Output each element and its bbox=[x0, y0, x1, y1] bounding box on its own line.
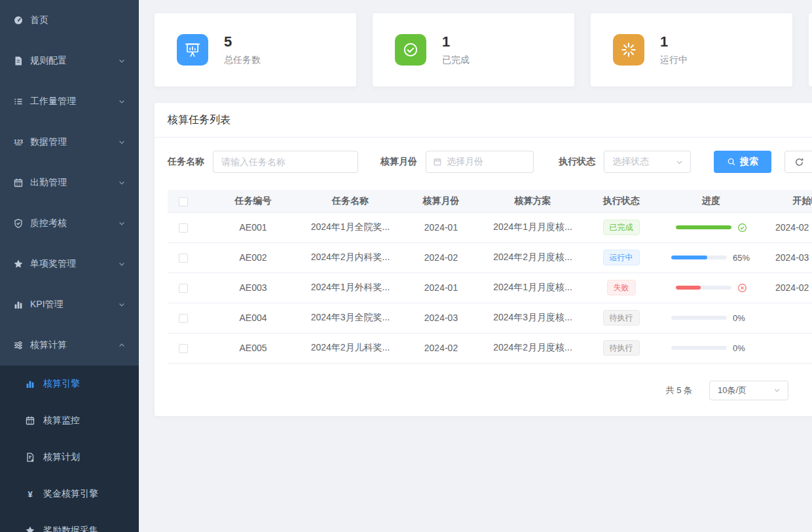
sidebar-item-data-mgmt[interactable]: 123 数据管理 bbox=[0, 122, 139, 162]
calendar-icon bbox=[25, 415, 35, 426]
cell-task-name: 2024年1月全院奖... bbox=[307, 212, 394, 242]
month-placeholder: 选择月份 bbox=[447, 156, 526, 168]
status-select[interactable]: 选择状态 bbox=[604, 151, 691, 173]
list-icon bbox=[13, 96, 24, 107]
col-month: 核算月份 bbox=[394, 190, 489, 212]
sidebar-item-rule-config[interactable]: 规则配置 bbox=[0, 41, 139, 81]
sidebar-item-attendance[interactable]: 出勤管理 bbox=[0, 162, 139, 203]
sidebar-subitem-label: 核算计划 bbox=[43, 451, 80, 463]
sidebar-item-label: 工作量管理 bbox=[30, 96, 76, 107]
stat-label: 总任务数 bbox=[224, 54, 261, 66]
sidebar-item-kpi[interactable]: KPI管理 bbox=[0, 284, 139, 325]
loading-icon bbox=[613, 34, 644, 66]
sidebar-subitem-reward-collection[interactable]: 奖励数据采集 bbox=[0, 512, 139, 532]
sidebar-menu: 首页 规则配置 工作量管理 123 数据管理 出勤管理 bbox=[0, 0, 139, 366]
progress: 0% bbox=[665, 313, 757, 323]
sidebar-subitem-bonus-engine[interactable]: ¥ 奖金核算引擎 bbox=[0, 476, 139, 512]
cell-start-time: 2024-02 bbox=[757, 212, 812, 242]
sidebar-item-home[interactable]: 首页 bbox=[0, 0, 139, 41]
search-button-label: 搜索 bbox=[740, 156, 758, 168]
page-size-select[interactable]: 10条/页 bbox=[709, 381, 788, 400]
cell-task-name: 2024年1月外科奖... bbox=[307, 273, 394, 303]
sidebar-subitem-label: 奖金核算引擎 bbox=[43, 488, 98, 500]
search-icon bbox=[727, 157, 736, 166]
stat-value: 1 bbox=[660, 33, 688, 50]
row-checkbox[interactable] bbox=[179, 284, 188, 293]
chevron-down-icon bbox=[118, 138, 126, 146]
star-icon bbox=[25, 525, 35, 532]
stat-label: 已完成 bbox=[442, 54, 470, 66]
col-plan: 核算方案 bbox=[489, 190, 577, 212]
search-button[interactable]: 搜索 bbox=[714, 151, 771, 173]
main-content: 5 总任务数 1 已完成 1 运行中 bbox=[139, 0, 812, 532]
col-status: 执行状态 bbox=[577, 190, 665, 212]
cell-start-time: 2024-03 bbox=[757, 242, 812, 273]
pagination: 共 5 条 10条/页 bbox=[168, 381, 812, 400]
bar-chart-icon bbox=[13, 299, 24, 310]
row-checkbox[interactable] bbox=[179, 344, 188, 353]
status-placeholder: 选择状态 bbox=[612, 156, 675, 168]
row-checkbox[interactable] bbox=[179, 254, 188, 263]
progress bbox=[665, 283, 757, 293]
progress: 65% bbox=[665, 253, 757, 263]
cell-plan: 2024年1月月度核... bbox=[489, 273, 577, 303]
cell-task-name: 2024年2月内科奖... bbox=[307, 242, 394, 273]
month-label: 核算月份 bbox=[380, 156, 417, 168]
cell-task-code: AE002 bbox=[199, 242, 307, 273]
sidebar-subitem-accounting-plan[interactable]: 核算计划 bbox=[0, 439, 139, 476]
sidebar-item-quality-check[interactable]: 质控考核 bbox=[0, 203, 139, 244]
cell-plan: 2024年2月月度核... bbox=[489, 333, 577, 363]
sidebar-item-workload[interactable]: 工作量管理 bbox=[0, 81, 139, 122]
task-name-input[interactable] bbox=[213, 151, 358, 173]
numbers-icon: 123 bbox=[13, 137, 24, 147]
sidebar-subitem-accounting-monitor[interactable]: 核算监控 bbox=[0, 402, 139, 439]
col-task-name: 任务名称 bbox=[307, 190, 394, 212]
progress-text: 0% bbox=[733, 343, 751, 353]
cell-month: 2024-01 bbox=[394, 212, 489, 242]
status-badge: 运行中 bbox=[603, 250, 640, 265]
sidebar-item-label: 单项奖管理 bbox=[30, 258, 76, 270]
progress-error-icon bbox=[737, 283, 747, 293]
refresh-icon bbox=[794, 157, 804, 167]
sidebar-subitem-label: 核算监控 bbox=[43, 415, 80, 427]
col-start-time: 开始时间 bbox=[757, 190, 812, 212]
col-progress: 进度 bbox=[665, 190, 757, 212]
pagination-total: 共 5 条 bbox=[666, 385, 692, 396]
chevron-down-icon bbox=[773, 386, 781, 394]
chevron-down-icon bbox=[118, 219, 126, 227]
star-icon bbox=[13, 259, 24, 269]
bar-chart-icon bbox=[25, 379, 35, 389]
cell-task-code: AE001 bbox=[199, 212, 307, 242]
dashboard-icon bbox=[13, 15, 24, 26]
select-all-checkbox[interactable] bbox=[179, 197, 188, 206]
panel-title: 核算任务列表 bbox=[168, 113, 231, 127]
stat-card-completed: 1 已完成 bbox=[372, 12, 575, 87]
month-picker[interactable]: 选择月份 bbox=[426, 151, 534, 173]
row-checkbox[interactable] bbox=[179, 223, 188, 233]
table-row: AE005 2024年2月儿科奖... 2024-02 2024年2月月度核..… bbox=[168, 333, 812, 363]
chevron-down-icon bbox=[118, 260, 126, 268]
calendar-icon bbox=[13, 178, 24, 188]
table-row: AE003 2024年1月外科奖... 2024-01 2024年1月月度核..… bbox=[168, 273, 812, 303]
cell-month: 2024-02 bbox=[394, 333, 489, 363]
task-name-label: 任务名称 bbox=[168, 156, 204, 168]
calendar-icon bbox=[433, 157, 442, 166]
stat-value: 5 bbox=[224, 33, 261, 50]
status-badge: 失败 bbox=[607, 280, 636, 295]
sliders-icon bbox=[13, 340, 24, 351]
sidebar-item-accounting-calc[interactable]: 核算计算 bbox=[0, 325, 139, 366]
panel-header: 核算任务列表 bbox=[155, 103, 812, 138]
row-checkbox[interactable] bbox=[179, 314, 188, 323]
stat-cards-row: 5 总任务数 1 已完成 1 运行中 bbox=[154, 12, 812, 87]
circle-check-icon bbox=[395, 34, 426, 66]
sidebar: 首页 规则配置 工作量管理 123 数据管理 出勤管理 bbox=[0, 0, 139, 532]
sidebar-item-label: KPI管理 bbox=[30, 299, 64, 311]
cell-start-time: 2024-02 bbox=[757, 273, 812, 303]
refresh-button[interactable] bbox=[784, 151, 812, 173]
stat-card-overflow bbox=[808, 12, 812, 87]
document-icon bbox=[13, 56, 24, 66]
status-badge: 待执行 bbox=[603, 310, 640, 326]
sidebar-subitem-accounting-engine[interactable]: 核算引擎 bbox=[0, 366, 139, 402]
stat-card-total-tasks: 5 总任务数 bbox=[154, 12, 357, 87]
sidebar-item-single-award[interactable]: 单项奖管理 bbox=[0, 244, 139, 284]
